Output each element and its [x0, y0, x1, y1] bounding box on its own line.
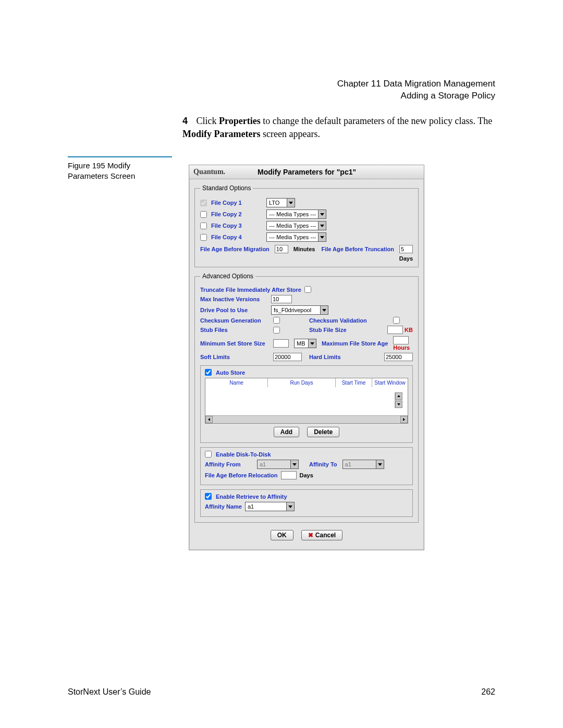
- auto-store-label: Auto Store: [216, 369, 245, 376]
- affinity-to-label: Affinity To: [309, 461, 337, 467]
- max-file-store-age-label: Maximum File Store Age: [322, 340, 388, 347]
- file-age-relocation-input[interactable]: [281, 471, 297, 479]
- max-inactive-input[interactable]: [271, 295, 292, 303]
- stub-files-checkbox[interactable]: [273, 327, 280, 334]
- file-copy-4-checkbox[interactable]: [200, 234, 207, 241]
- step-bold-modify: Modify Parameters: [182, 129, 260, 139]
- close-icon: ✖: [308, 532, 313, 539]
- modify-parameters-dialog: Quantum. Modify Parameters for "pc1" Sta…: [189, 165, 424, 550]
- file-age-relocation-label: File Age Before Relocation: [205, 472, 278, 478]
- auto-store-checkbox[interactable]: [205, 369, 212, 376]
- checksum-gen-label: Checksum Generation: [200, 317, 268, 324]
- file-copy-1-select[interactable]: LTO: [266, 198, 295, 207]
- minutes-label: Minutes: [293, 246, 315, 252]
- auto-store-group: Auto Store Name Run Days Start Time Star…: [200, 365, 413, 443]
- stub-file-size-input[interactable]: [387, 326, 403, 334]
- add-button[interactable]: Add: [274, 427, 299, 437]
- scroll-right-icon[interactable]: [400, 416, 408, 423]
- chevron-down-icon: [376, 460, 384, 468]
- max-inactive-label: Max Inactive Versions: [200, 296, 268, 302]
- dialog-title: Modify Parameters for "pc1": [225, 168, 388, 176]
- checksum-val-checkbox[interactable]: [393, 317, 400, 324]
- page-header: Chapter 11 Data Migration Management Add…: [337, 78, 495, 102]
- standard-options-group: Standard Options File Copy 1 LTO File Co…: [194, 184, 419, 267]
- hard-limits-input[interactable]: [384, 353, 413, 361]
- affinity-name-select[interactable]: a1: [245, 502, 295, 511]
- soft-limits-input[interactable]: [273, 353, 302, 361]
- file-age-truncation-input[interactable]: [399, 245, 413, 253]
- stub-files-label: Stub Files: [200, 327, 268, 333]
- page-footer: StorNext User’s Guide 262: [68, 687, 495, 697]
- standard-options-legend: Standard Options: [200, 184, 253, 192]
- kb-label: KB: [405, 327, 413, 333]
- file-copy-1-label: File Copy 1: [211, 200, 263, 206]
- delete-button[interactable]: Delete: [307, 427, 339, 437]
- min-set-store-label: Minimum Set Store Size: [200, 340, 268, 347]
- drive-pool-select[interactable]: fs_F0drivepool: [271, 305, 328, 315]
- retrieve-affinity-group: Enable Retrieve to Affinity Affinity Nam…: [200, 489, 413, 517]
- hours-label: Hours: [393, 344, 410, 351]
- file-copy-3-select[interactable]: --- Media Types ---: [266, 221, 326, 230]
- ok-button[interactable]: OK: [271, 530, 293, 540]
- enable-retrieve-checkbox[interactable]: [205, 493, 212, 500]
- enable-d2d-label: Enable Disk-To-Disk: [216, 451, 271, 458]
- max-file-store-age-input[interactable]: [393, 336, 409, 344]
- min-set-unit-select[interactable]: MB: [294, 339, 316, 348]
- dialog-titlebar: Quantum. Modify Parameters for "pc1": [189, 165, 424, 179]
- affinity-from-select[interactable]: a1: [257, 460, 299, 469]
- file-age-migration-label: File Age Before Migration: [200, 246, 270, 252]
- chevron-down-icon: [318, 221, 326, 230]
- chevron-down-icon: [320, 306, 328, 314]
- file-copy-3-checkbox[interactable]: [200, 223, 207, 229]
- advanced-options-legend: Advanced Options: [200, 273, 255, 280]
- caption-text: Figure 195 Modify Parameters Screen: [68, 161, 172, 182]
- file-copy-1-checkbox[interactable]: [200, 200, 207, 206]
- affinity-to-select[interactable]: a1: [342, 460, 384, 469]
- brand-label: Quantum.: [193, 168, 225, 176]
- truncate-after-store-checkbox[interactable]: [304, 286, 311, 293]
- scroll-up-icon[interactable]: [395, 392, 402, 400]
- step-bold-properties: Properties: [219, 116, 261, 126]
- section-line: Adding a Storage Policy: [337, 90, 495, 102]
- chapter-line: Chapter 11 Data Migration Management: [337, 78, 495, 90]
- disk-to-disk-group: Enable Disk-To-Disk Affinity From a1 Aff…: [200, 447, 413, 485]
- schedule-table: Name Run Days Start Time Start Window: [205, 378, 408, 424]
- advanced-options-group: Advanced Options Truncate File Immediate…: [194, 273, 419, 523]
- cancel-button[interactable]: ✖ Cancel: [301, 530, 342, 540]
- file-age-migration-input[interactable]: [275, 245, 288, 253]
- step-text-pre: Click: [197, 116, 219, 126]
- file-copy-3-label: File Copy 3: [211, 223, 263, 229]
- enable-retrieve-label: Enable Retrieve to Affinity: [216, 493, 287, 500]
- th-start-time: Start Time: [336, 378, 372, 387]
- min-set-store-input[interactable]: [273, 339, 289, 348]
- vertical-scrollbar[interactable]: [395, 392, 402, 408]
- file-copy-2-select[interactable]: --- Media Types ---: [266, 209, 326, 219]
- chevron-down-icon: [308, 339, 316, 348]
- stub-file-size-label: Stub File Size: [309, 327, 347, 333]
- horizontal-scrollbar[interactable]: [205, 415, 408, 423]
- file-copy-2-checkbox[interactable]: [200, 211, 207, 218]
- figure-caption: Figure 195 Modify Parameters Screen: [68, 156, 172, 182]
- step-text-post: screen appears.: [260, 129, 320, 139]
- file-age-truncation-label: File Age Before Truncation: [321, 246, 394, 252]
- chevron-down-icon: [286, 502, 294, 511]
- step-4: 4 Click Properties to change the default…: [182, 115, 495, 141]
- chevron-down-icon: [318, 210, 326, 218]
- file-copy-4-select[interactable]: --- Media Types ---: [266, 232, 326, 242]
- th-name: Name: [205, 378, 268, 387]
- hard-limits-label: Hard Limits: [309, 354, 341, 360]
- affinity-from-label: Affinity From: [205, 461, 252, 467]
- footer-left: StorNext User’s Guide: [68, 687, 151, 697]
- file-copy-2-label: File Copy 2: [211, 211, 263, 217]
- step-number: 4: [182, 115, 194, 128]
- chevron-down-icon: [318, 233, 326, 241]
- caption-rule: [68, 156, 172, 157]
- checksum-gen-checkbox[interactable]: [273, 317, 280, 324]
- drive-pool-label: Drive Pool to Use: [200, 307, 268, 313]
- enable-d2d-checkbox[interactable]: [205, 451, 212, 458]
- scroll-left-icon[interactable]: [205, 416, 213, 423]
- truncate-after-store-label: Truncate File Immediately After Store: [200, 287, 301, 293]
- scroll-down-icon[interactable]: [395, 401, 402, 408]
- days-label: Days: [399, 255, 413, 262]
- footer-right: 262: [481, 687, 495, 697]
